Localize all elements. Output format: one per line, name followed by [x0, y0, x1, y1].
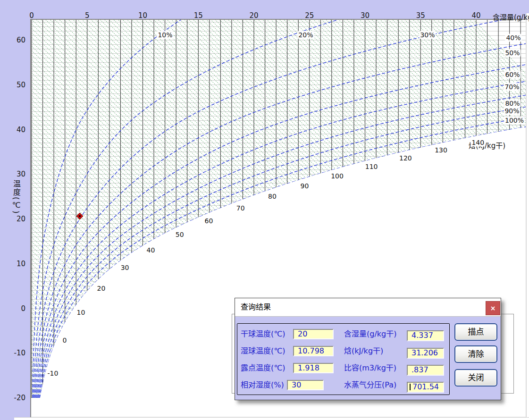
field-label-1: 湿球温度(℃)	[241, 346, 285, 356]
window-right-edge	[526, 13, 529, 420]
field-input-left-1[interactable]: 10.798	[293, 346, 334, 356]
field-input-left-2[interactable]: 1.918	[293, 363, 334, 373]
field-label-r1: 焓(kJ/kg干)	[344, 346, 383, 356]
field-input-right-1[interactable]: 31.206	[407, 348, 444, 359]
window-bottom-edge	[14, 417, 529, 420]
field-input-left-3[interactable]: 30	[287, 380, 324, 390]
query-result-dialog: 查询结果 × 干球温度(℃)20湿球温度(℃)10.798露点温度(℃)1.91…	[235, 298, 501, 400]
field-label-r3: 水蒸气分压(Pa)	[344, 380, 396, 390]
field-label-3: 相对湿度(%)	[241, 380, 284, 390]
field-input-left-0[interactable]: 20	[293, 329, 334, 339]
dialog-title: 查询结果	[241, 298, 271, 316]
dialog-fieldset: 干球温度(℃)20湿球温度(℃)10.798露点温度(℃)1.918相对湿度(%…	[237, 323, 450, 395]
app-window: 温度(℃) 含湿量(g/kg干) 焓(kJ/kg干) 0510152025303…	[0, 0, 529, 420]
text-cursor	[410, 384, 411, 390]
field-label-r2: 比容(m3/kg干)	[344, 363, 396, 373]
field-input-right-2[interactable]: .837	[407, 365, 444, 376]
dialog-close-button[interactable]: ×	[486, 301, 500, 315]
dialog-titlebar[interactable]: 查询结果 ×	[235, 298, 501, 317]
field-label-0: 干球温度(℃)	[241, 329, 285, 339]
field-label-r0: 含湿量(g/kg干)	[344, 329, 396, 339]
plot-point-button[interactable]: 描点	[454, 323, 497, 341]
field-label-2: 露点温度(℃)	[241, 363, 285, 373]
clear-button[interactable]: 清除	[454, 345, 497, 363]
field-input-right-3[interactable]: 701.54	[407, 382, 444, 393]
field-input-right-0[interactable]: 4.337	[407, 330, 444, 341]
close-button[interactable]: 关闭	[454, 369, 497, 386]
